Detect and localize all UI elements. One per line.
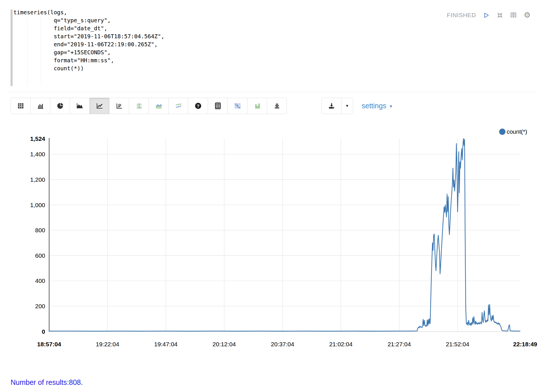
y-axis-label: 0	[42, 328, 45, 335]
y-axis-label: 800	[35, 227, 45, 233]
y-axis-label: 1,200	[30, 176, 45, 183]
y-axis-label: 1,524	[30, 135, 45, 142]
chart-legend[interactable]: count(*)	[499, 128, 527, 135]
y-axis-label: 200	[35, 303, 45, 309]
legend-series-label: count(*)	[507, 128, 527, 135]
x-axis-label: 21:27:04	[387, 341, 411, 347]
x-axis-label: 22:18:49	[513, 341, 537, 347]
x-axis-label: 21:02:04	[329, 341, 353, 347]
x-axis-label: 20:12:04	[213, 341, 236, 347]
x-axis-label: 19:47:04	[154, 341, 178, 347]
y-axis-label: 1,400	[30, 151, 45, 157]
series-line-count	[49, 139, 520, 331]
x-axis-label: 18:57:04	[37, 341, 61, 347]
results-count-text: Number of results:808.	[11, 378, 83, 387]
y-axis-label: 400	[35, 277, 45, 284]
y-axis-label: 600	[35, 252, 45, 259]
legend-series-dot	[499, 129, 505, 135]
x-axis-label: 19:22:04	[96, 341, 119, 347]
line-chart: 02004006008001,0001,2001,4001,52418:57:0…	[0, 0, 544, 392]
y-axis-label: 1,000	[30, 202, 45, 208]
x-axis-label: 21:52:04	[446, 341, 469, 347]
x-axis-label: 20:37:04	[271, 341, 294, 347]
